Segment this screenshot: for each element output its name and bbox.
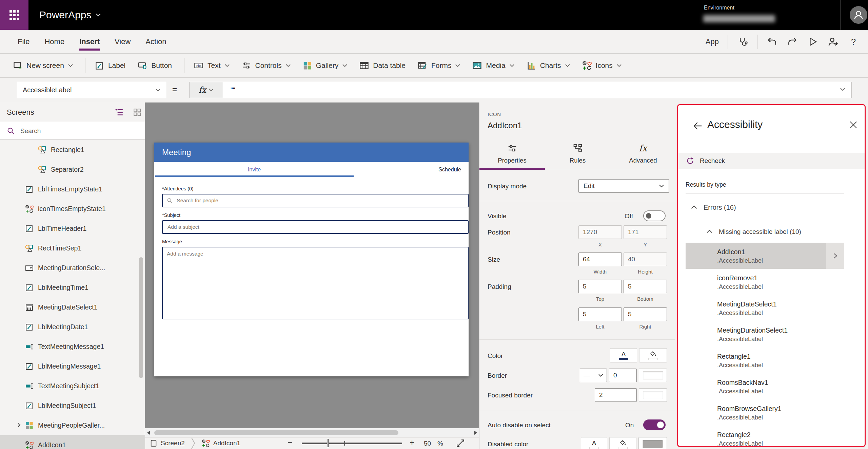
text-menu[interactable]: Text [194, 61, 230, 70]
border-style-select[interactable]: — [580, 369, 607, 382]
padding-left-input[interactable] [578, 307, 622, 321]
focused-border-width-input[interactable] [595, 388, 637, 402]
size-height-input[interactable] [624, 252, 667, 266]
zoom-out-button[interactable]: − [288, 438, 292, 447]
tree-item-textmeetingsubject1[interactable]: TextMeetingSubject1 [0, 376, 145, 396]
menu-file[interactable]: File [18, 30, 29, 54]
border-width-input[interactable] [609, 369, 637, 382]
attendees-input[interactable] [176, 197, 464, 204]
tab-advanced[interactable]: fx Advanced [610, 143, 675, 170]
forms-menu[interactable]: Forms [418, 61, 460, 70]
tab-properties[interactable]: Properties [479, 143, 545, 170]
expand-caret-icon[interactable] [16, 422, 22, 428]
display-mode-select[interactable]: Edit [578, 179, 669, 193]
issue-item-rectangle2[interactable]: Rectangle2 .AccessibleLabel [686, 426, 844, 447]
list-view-icon[interactable] [115, 108, 123, 117]
disabled-color-swatch[interactable] [638, 437, 667, 449]
issue-item-addicon1[interactable]: AddIcon1 .AccessibleLabel [686, 243, 844, 269]
issue-item-roombrowsegallery1[interactable]: RoomBrowseGallery1 .AccessibleLabel [686, 399, 844, 426]
issue-detail-button[interactable] [826, 243, 844, 269]
menu-home[interactable]: Home [44, 30, 64, 54]
formula-expand-chevron-icon[interactable] [840, 88, 845, 91]
disabled-font-color-button[interactable]: A [581, 437, 607, 449]
fx-button[interactable]: fx [189, 82, 223, 98]
scroll-right-arrow-icon[interactable] [474, 431, 477, 435]
message-input[interactable] [166, 250, 466, 316]
zoom-slider-thumb[interactable] [327, 438, 329, 448]
position-x-input[interactable] [578, 225, 622, 239]
menu-action[interactable]: Action [145, 30, 166, 54]
fill-color-button[interactable] [639, 348, 667, 362]
issue-item-roomsbacknav1[interactable]: RoomsBackNav1 .AccessibleLabel [686, 373, 844, 399]
environment-name-redacted[interactable] [703, 15, 775, 22]
message-field[interactable] [162, 247, 469, 319]
zoom-slider-track[interactable] [302, 443, 402, 444]
tree-item-separator2[interactable]: Separator2 [0, 160, 145, 179]
issue-item-iconremove1[interactable]: iconRemove1 .AccessibleLabel [686, 269, 844, 295]
errors-group-header[interactable]: Errors (16) [690, 203, 736, 212]
tree-item-lblmeetingsubject1[interactable]: LblMeetingSubject1 [0, 396, 145, 415]
issue-item-meetingdateselect1[interactable]: MeetingDateSelect1 .AccessibleLabel [686, 295, 844, 321]
font-color-button[interactable]: A [610, 348, 637, 362]
search-input[interactable] [20, 127, 123, 135]
issue-item-rectangle1[interactable]: Rectangle1 .AccessibleLabel [686, 347, 844, 373]
user-avatar[interactable] [850, 6, 867, 24]
tree-item-rectangle1[interactable]: Rectangle1 [0, 140, 145, 160]
breadcrumb-control[interactable]: AddIcon1 [213, 439, 240, 447]
attendees-search-field[interactable] [162, 194, 469, 207]
subject-field[interactable] [162, 220, 469, 234]
breadcrumb-screen[interactable]: Screen2 [161, 439, 185, 447]
label-button[interactable]: Label [95, 61, 125, 70]
auto-disable-toggle[interactable] [643, 419, 666, 430]
tree-item-meetingdurationselect1[interactable]: MeetingDurationSele... [0, 258, 145, 278]
size-width-input[interactable] [578, 252, 622, 266]
media-menu[interactable]: Media [472, 61, 514, 70]
visible-toggle[interactable] [643, 210, 666, 221]
help-button[interactable]: ? [848, 36, 859, 48]
tab-schedule[interactable]: Schedule [438, 162, 461, 177]
canvas-horizontal-scrollbar[interactable] [145, 428, 479, 437]
share-button[interactable] [827, 36, 839, 48]
tree-item-meetingpeoplegallery1[interactable]: MeetingPeopleGaller... [0, 415, 145, 435]
position-y-input[interactable] [624, 225, 667, 239]
property-selector[interactable]: AccessibleLabel [17, 82, 166, 98]
tab-rules[interactable]: Rules [545, 143, 610, 170]
tree-item-addicon1-selected[interactable]: AddIcon1 [0, 435, 145, 449]
padding-right-input[interactable] [624, 307, 667, 321]
recheck-button[interactable]: Recheck [678, 153, 865, 169]
tree-scrollbar[interactable] [139, 257, 143, 378]
data-table-button[interactable]: Data table [359, 61, 406, 70]
button-button[interactable]: Button [138, 61, 172, 70]
icons-menu[interactable]: Icons [582, 61, 622, 70]
zoom-in-button[interactable]: + [410, 438, 414, 447]
tree-item-meetingdateselect1[interactable]: MeetingDateSelect1 [0, 297, 145, 317]
border-color-swatch[interactable] [639, 369, 667, 382]
app-screen-preview[interactable]: Meeting Invite Schedule *Attendees (0) *… [154, 143, 469, 376]
tree-item-lblmeetingmessage1[interactable]: LblMeetingMessage1 [0, 356, 145, 376]
new-screen-button[interactable]: New screen [13, 61, 73, 70]
preview-button[interactable] [807, 36, 818, 48]
tree-item-lblmeetingdate1[interactable]: LblMeetingDate1 [0, 317, 145, 337]
missing-label-group-header[interactable]: Missing accessible label (10) [705, 227, 801, 236]
padding-top-input[interactable] [578, 280, 622, 293]
product-title[interactable]: PowerApps [39, 0, 101, 30]
close-icon[interactable] [849, 120, 858, 130]
menu-view[interactable]: View [115, 30, 131, 54]
undo-button[interactable] [766, 36, 778, 48]
app-checker-button[interactable] [737, 36, 748, 48]
subject-input[interactable] [167, 224, 464, 230]
tree-item-lbltimesemptystate1[interactable]: LblTimesEmptyState1 [0, 179, 145, 199]
disabled-fill-color-button[interactable] [609, 437, 636, 449]
formula-input[interactable] [223, 82, 852, 98]
fit-to-window-icon[interactable] [456, 438, 465, 448]
tree-item-lblmeetingtime1[interactable]: LblMeetingTime1 [0, 278, 145, 297]
focused-border-color-swatch[interactable] [639, 388, 667, 402]
tree-item-textmeetingmessage1[interactable]: TextMeetingMessage1 [0, 337, 145, 356]
grid-view-icon[interactable] [133, 108, 142, 117]
screens-search[interactable] [0, 122, 145, 140]
tree-item-recttimesep1[interactable]: RectTimeSep1 [0, 238, 145, 258]
tree-item-lbltimeheader1[interactable]: LblTimeHeader1 [0, 219, 145, 238]
back-arrow-icon[interactable] [693, 121, 703, 131]
tab-invite[interactable]: Invite [154, 162, 354, 177]
padding-bottom-input[interactable] [624, 280, 667, 293]
